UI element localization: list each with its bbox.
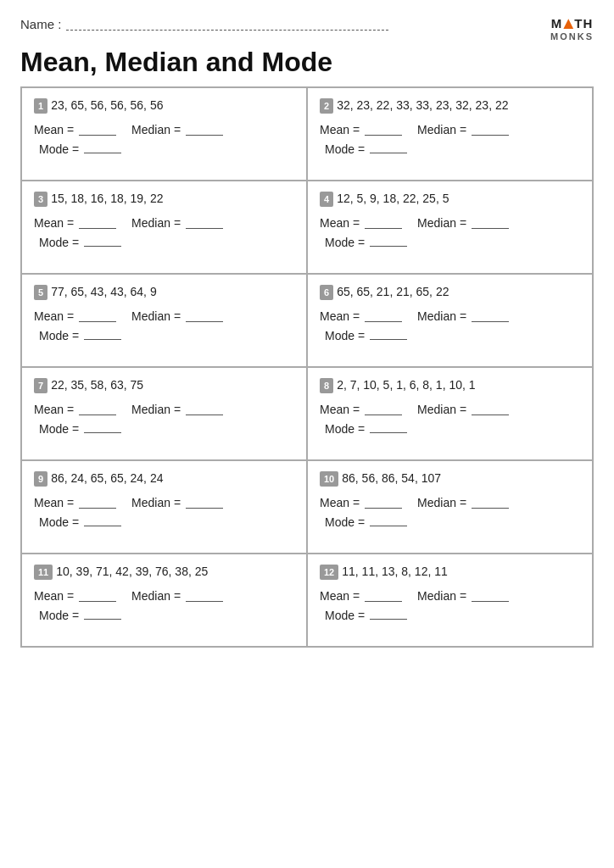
mean-row-7: Mean = Median = [34, 403, 294, 416]
mean-row-4: Mean = Median = [320, 216, 580, 230]
mean-answer-10[interactable] [365, 497, 402, 509]
median-label-3: Median = [131, 216, 181, 230]
mode-answer-1[interactable] [84, 142, 121, 153]
mode-answer-8[interactable] [370, 421, 407, 433]
median-answer-9[interactable] [186, 497, 223, 509]
problem-num-3: 3 [34, 192, 47, 208]
problem-num-2: 2 [320, 98, 333, 114]
mode-answer-12[interactable] [370, 608, 407, 620]
logo-math2: TH [574, 17, 593, 31]
median-label-4: Median = [417, 216, 466, 230]
mean-label-4: Mean = [320, 216, 360, 230]
mode-answer-6[interactable] [370, 328, 407, 340]
problem-num-10: 10 [320, 471, 338, 487]
problem-data-10: 1086, 56, 86, 54, 107 [320, 470, 580, 487]
median-answer-5[interactable] [186, 310, 223, 322]
median-answer-3[interactable] [186, 217, 223, 229]
mean-answer-11[interactable] [79, 590, 116, 602]
median-answer-1[interactable] [186, 124, 223, 136]
problem-cell-5: 577, 65, 43, 43, 64, 9 Mean = Median = M… [21, 274, 307, 367]
mean-answer-9[interactable] [79, 497, 116, 509]
mean-answer-4[interactable] [365, 217, 402, 229]
mode-label-6: Mode = [325, 329, 365, 342]
mean-label-3: Mean = [34, 216, 74, 230]
mode-answer-2[interactable] [370, 142, 407, 153]
name-dash [66, 19, 388, 31]
mean-answer-12[interactable] [365, 590, 402, 602]
problem-num-11: 11 [34, 565, 53, 581]
mean-row-11: Mean = Median = [34, 589, 294, 603]
problem-num-9: 9 [34, 471, 47, 487]
median-answer-2[interactable] [472, 124, 509, 136]
median-label-5: Median = [131, 309, 181, 323]
logo-monks: MONKS [550, 31, 594, 42]
mode-row-5: Mode = [39, 328, 294, 342]
mode-label-3: Mode = [39, 236, 79, 249]
problem-num-1: 1 [34, 98, 47, 114]
mode-row-8: Mode = [325, 421, 580, 436]
mode-row-1: Mode = [39, 142, 294, 156]
mode-answer-11[interactable] [84, 608, 121, 620]
problem-cell-3: 315, 18, 16, 18, 19, 22 Mean = Median = … [21, 181, 307, 274]
median-answer-10[interactable] [472, 497, 509, 509]
problem-cell-12: 1211, 11, 13, 8, 12, 11 Mean = Median = … [307, 554, 593, 647]
median-label-10: Median = [417, 496, 466, 509]
median-answer-6[interactable] [472, 310, 509, 322]
median-answer-7[interactable] [186, 403, 223, 415]
mode-answer-5[interactable] [84, 328, 121, 340]
mean-label-6: Mean = [320, 309, 360, 323]
median-label-12: Median = [417, 589, 466, 603]
mean-label-12: Mean = [320, 589, 360, 603]
mode-row-10: Mode = [325, 515, 580, 529]
problem-cell-7: 722, 35, 58, 63, 75 Mean = Median = Mode… [21, 367, 307, 460]
mean-answer-6[interactable] [365, 310, 402, 322]
problem-cell-10: 1086, 56, 86, 54, 107 Mean = Median = Mo… [307, 460, 593, 554]
name-label: Name : [20, 17, 61, 31]
mode-label-2: Mode = [325, 142, 365, 156]
mode-answer-7[interactable] [84, 421, 121, 433]
median-label-11: Median = [131, 589, 181, 603]
mode-label-12: Mode = [325, 609, 365, 622]
problem-data-11: 1110, 39, 71, 42, 39, 76, 38, 25 [34, 563, 294, 581]
median-answer-8[interactable] [472, 403, 509, 415]
problem-data-4: 412, 5, 9, 18, 22, 25, 5 [320, 190, 580, 208]
mean-row-2: Mean = Median = [320, 123, 580, 136]
mean-answer-1[interactable] [79, 124, 116, 136]
problem-data-12: 1211, 11, 13, 8, 12, 11 [320, 563, 580, 581]
mean-label-8: Mean = [320, 403, 360, 416]
problem-data-5: 577, 65, 43, 43, 64, 9 [34, 283, 294, 301]
problem-data-1: 123, 65, 56, 56, 56, 56 [34, 97, 294, 114]
problem-data-2: 232, 23, 22, 33, 33, 23, 32, 23, 22 [320, 97, 580, 114]
mean-answer-7[interactable] [79, 403, 116, 415]
median-answer-12[interactable] [472, 590, 509, 602]
mean-label-9: Mean = [34, 496, 74, 509]
mode-answer-4[interactable] [370, 235, 407, 247]
problem-cell-4: 412, 5, 9, 18, 22, 25, 5 Mean = Median =… [307, 181, 593, 274]
problem-cell-9: 986, 24, 65, 65, 24, 24 Mean = Median = … [21, 460, 307, 554]
mode-label-8: Mode = [325, 422, 365, 436]
name-line: Name : [20, 17, 388, 31]
logo-top: M TH [551, 17, 594, 31]
median-label-2: Median = [417, 123, 466, 136]
mode-row-11: Mode = [39, 608, 294, 622]
mean-answer-3[interactable] [79, 217, 116, 229]
header: Name : M TH MONKS [20, 17, 594, 42]
mode-answer-10[interactable] [370, 515, 407, 526]
mean-label-10: Mean = [320, 496, 360, 509]
mode-answer-9[interactable] [84, 515, 121, 526]
mode-row-3: Mode = [39, 235, 294, 249]
median-answer-11[interactable] [186, 590, 223, 602]
problem-num-4: 4 [320, 192, 333, 208]
mean-answer-8[interactable] [365, 403, 402, 415]
problem-data-7: 722, 35, 58, 63, 75 [34, 376, 294, 394]
mode-label-10: Mode = [325, 515, 365, 529]
mode-row-4: Mode = [325, 235, 580, 249]
mean-row-9: Mean = Median = [34, 496, 294, 509]
mean-answer-5[interactable] [79, 310, 116, 322]
problem-cell-1: 123, 65, 56, 56, 56, 56 Mean = Median = … [21, 87, 307, 181]
median-answer-4[interactable] [472, 217, 509, 229]
mean-answer-2[interactable] [365, 124, 402, 136]
mode-label-1: Mode = [39, 142, 79, 156]
mode-answer-3[interactable] [84, 235, 121, 247]
mode-row-2: Mode = [325, 142, 580, 156]
